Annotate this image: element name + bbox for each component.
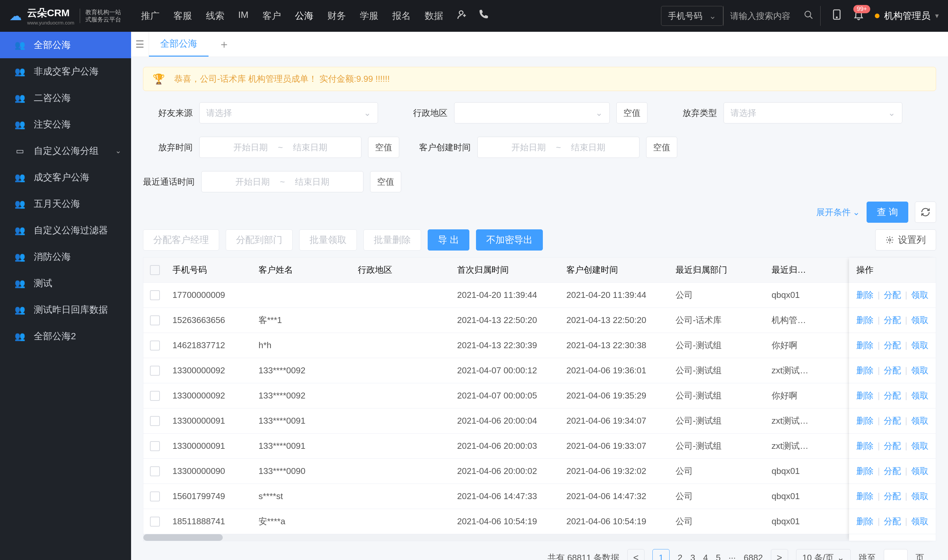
row-checkbox[interactable] bbox=[150, 491, 160, 502]
sidebar-item-11[interactable]: 👥全部公海2 bbox=[0, 323, 131, 349]
bulk-delete-button[interactable]: 批量删除 bbox=[363, 229, 421, 251]
row-assign-link[interactable]: 分配 bbox=[884, 289, 901, 301]
bell-icon[interactable]: 99+ bbox=[853, 9, 864, 23]
page-last[interactable]: 6882 bbox=[744, 553, 763, 560]
search-input[interactable]: 请输入搜索内容 bbox=[723, 6, 820, 26]
row-claim-link[interactable]: 领取 bbox=[911, 491, 928, 502]
row-claim-link[interactable]: 领取 bbox=[911, 340, 928, 351]
tablet-icon[interactable] bbox=[831, 9, 842, 23]
row-checkbox[interactable] bbox=[150, 391, 160, 401]
expand-filters-link[interactable]: 展开条件⌄ bbox=[816, 206, 860, 218]
tab-all[interactable]: 全部公海 bbox=[149, 32, 209, 57]
row-checkbox[interactable] bbox=[150, 315, 160, 325]
search-type-select[interactable]: 手机号码⌄ bbox=[661, 6, 723, 26]
nav-线索[interactable]: 线索 bbox=[206, 9, 225, 22]
nav-客户[interactable]: 客户 bbox=[263, 9, 281, 22]
export-button[interactable]: 导 出 bbox=[428, 229, 469, 251]
row-assign-link[interactable]: 分配 bbox=[884, 340, 901, 351]
phone-icon[interactable] bbox=[478, 9, 489, 23]
row-checkbox[interactable] bbox=[150, 416, 160, 426]
friend-source-select[interactable]: 请选择⌄ bbox=[199, 102, 378, 123]
row-assign-link[interactable]: 分配 bbox=[884, 314, 901, 326]
row-delete-link[interactable]: 删除 bbox=[856, 515, 874, 527]
nav-推广[interactable]: 推广 bbox=[141, 9, 160, 22]
tab-list-icon[interactable]: ☰ bbox=[131, 32, 149, 57]
assign-dept-button[interactable]: 分配到部门 bbox=[226, 229, 292, 251]
row-delete-link[interactable]: 删除 bbox=[856, 390, 874, 402]
sidebar-item-10[interactable]: 👥测试昨日回库数据 bbox=[0, 297, 131, 323]
abandon-time-range[interactable]: 开始日期~结束日期 bbox=[199, 137, 362, 158]
sidebar-item-8[interactable]: 👥消防公海 bbox=[0, 244, 131, 270]
assign-manager-button[interactable]: 分配客户经理 bbox=[143, 229, 219, 251]
row-claim-link[interactable]: 领取 bbox=[911, 314, 928, 326]
sidebar-item-7[interactable]: 👥自定义公海过滤器 bbox=[0, 217, 131, 244]
sidebar-item-6[interactable]: 👥五月天公海 bbox=[0, 191, 131, 217]
create-time-null-button[interactable]: 空值 bbox=[646, 137, 677, 158]
row-assign-link[interactable]: 分配 bbox=[884, 491, 901, 502]
row-claim-link[interactable]: 领取 bbox=[911, 440, 928, 452]
row-delete-link[interactable]: 删除 bbox=[856, 415, 874, 427]
row-delete-link[interactable]: 删除 bbox=[856, 314, 874, 326]
row-checkbox[interactable] bbox=[150, 366, 160, 375]
row-delete-link[interactable]: 删除 bbox=[856, 440, 874, 452]
tab-add[interactable]: ＋ bbox=[209, 37, 240, 52]
sidebar-item-4[interactable]: ▭自定义公海分组⌄ bbox=[0, 138, 131, 164]
row-assign-link[interactable]: 分配 bbox=[884, 515, 901, 527]
row-assign-link[interactable]: 分配 bbox=[884, 390, 901, 402]
row-claim-link[interactable]: 领取 bbox=[911, 465, 928, 477]
row-claim-link[interactable]: 领取 bbox=[911, 515, 928, 527]
row-assign-link[interactable]: 分配 bbox=[884, 415, 901, 427]
nav-公海[interactable]: 公海 bbox=[295, 9, 314, 22]
abandon-type-select[interactable]: 请选择⌄ bbox=[723, 102, 902, 123]
last-call-null-button[interactable]: 空值 bbox=[370, 171, 401, 192]
export-raw-button[interactable]: 不加密导出 bbox=[476, 229, 543, 251]
page-4[interactable]: 4 bbox=[703, 553, 708, 560]
nav-报名[interactable]: 报名 bbox=[392, 9, 411, 22]
row-checkbox[interactable] bbox=[150, 466, 160, 476]
sidebar-item-2[interactable]: 👥二咨公海 bbox=[0, 85, 131, 111]
bulk-claim-button[interactable]: 批量领取 bbox=[299, 229, 357, 251]
nav-数据[interactable]: 数据 bbox=[425, 9, 443, 22]
row-assign-link[interactable]: 分配 bbox=[884, 465, 901, 477]
row-delete-link[interactable]: 删除 bbox=[856, 340, 874, 351]
page-5[interactable]: 5 bbox=[716, 553, 720, 560]
nav-财务[interactable]: 财务 bbox=[327, 9, 346, 22]
sidebar-item-5[interactable]: 👥成交客户公海 bbox=[0, 164, 131, 191]
page-size-select[interactable]: 10 条/页⌄ bbox=[796, 549, 851, 560]
row-claim-link[interactable]: 领取 bbox=[911, 390, 928, 402]
row-checkbox[interactable] bbox=[150, 341, 160, 351]
prev-page[interactable]: < bbox=[627, 549, 645, 560]
row-checkbox[interactable] bbox=[150, 517, 160, 526]
abandon-time-null-button[interactable]: 空值 bbox=[368, 137, 399, 158]
page-jump-input[interactable] bbox=[884, 549, 908, 560]
row-claim-link[interactable]: 领取 bbox=[911, 365, 928, 376]
sidebar-item-9[interactable]: 👥测试 bbox=[0, 270, 131, 297]
row-claim-link[interactable]: 领取 bbox=[911, 289, 928, 301]
row-checkbox[interactable] bbox=[150, 441, 160, 451]
row-delete-link[interactable]: 删除 bbox=[856, 365, 874, 376]
sidebar-item-0[interactable]: 👥全部公海 bbox=[0, 32, 131, 58]
select-all-checkbox[interactable] bbox=[150, 265, 160, 275]
row-assign-link[interactable]: 分配 bbox=[884, 440, 901, 452]
page-3[interactable]: 3 bbox=[691, 553, 695, 560]
last-call-range[interactable]: 开始日期~结束日期 bbox=[201, 171, 363, 192]
sidebar-item-1[interactable]: 👥非成交客户公海 bbox=[0, 58, 131, 85]
search-button[interactable]: 查 询 bbox=[866, 202, 908, 223]
refresh-button[interactable] bbox=[915, 202, 936, 223]
next-page[interactable]: > bbox=[771, 549, 788, 560]
row-claim-link[interactable]: 领取 bbox=[911, 415, 928, 427]
row-checkbox[interactable] bbox=[150, 290, 160, 300]
column-settings-button[interactable]: 设置列 bbox=[875, 229, 936, 251]
row-assign-link[interactable]: 分配 bbox=[884, 365, 901, 376]
row-delete-link[interactable]: 删除 bbox=[856, 289, 874, 301]
nav-客服[interactable]: 客服 bbox=[174, 9, 192, 22]
create-time-range[interactable]: 开始日期~结束日期 bbox=[477, 137, 640, 158]
row-delete-link[interactable]: 删除 bbox=[856, 465, 874, 477]
page-2[interactable]: 2 bbox=[677, 553, 682, 560]
row-delete-link[interactable]: 删除 bbox=[856, 491, 874, 502]
horizontal-scrollbar[interactable] bbox=[143, 534, 936, 541]
region-null-button[interactable]: 空值 bbox=[616, 102, 648, 123]
nav-IM[interactable]: IM bbox=[239, 9, 249, 22]
sidebar-item-3[interactable]: 👥注安公海 bbox=[0, 111, 131, 138]
nav-学服[interactable]: 学服 bbox=[360, 9, 379, 22]
